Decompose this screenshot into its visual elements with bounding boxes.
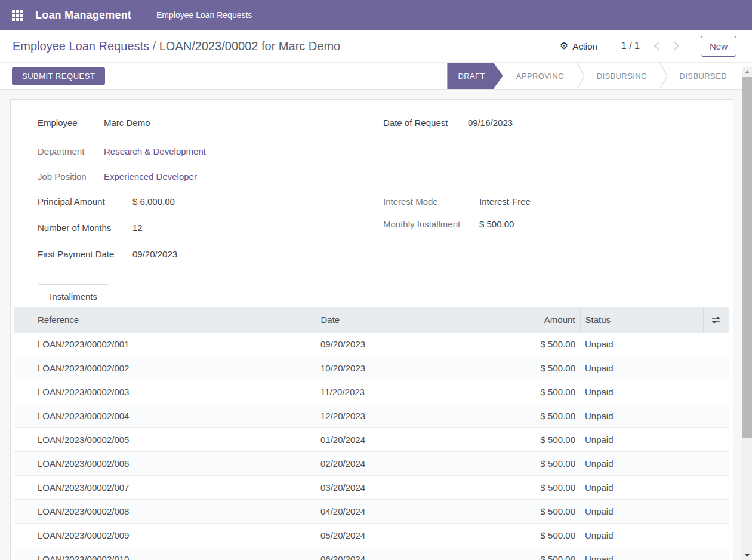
form-column-right: Date of Request 09/16/2023 Interest Mode… <box>383 118 733 261</box>
cell-status: Unpaid <box>580 547 703 560</box>
table-row[interactable]: LOAN/2023/00002/00804/20/2024$ 500.00Unp… <box>14 499 729 523</box>
field-label: Department <box>38 146 104 156</box>
table-row[interactable]: LOAN/2023/00002/00210/20/2023$ 500.00Unp… <box>14 356 729 380</box>
breadcrumb: Employee Loan Requests / LOAN/2023/00002… <box>13 39 340 53</box>
cell-amount: $ 500.00 <box>445 380 580 404</box>
app-title[interactable]: Loan Management <box>35 9 131 21</box>
cell-amount: $ 500.00 <box>445 499 580 523</box>
new-button[interactable]: New <box>701 36 736 57</box>
cell-options <box>703 451 729 475</box>
principal-amount-value[interactable]: $ 6,000.00 <box>132 196 175 207</box>
tab-installments[interactable]: Installments <box>38 284 109 307</box>
field-date-of-request: Date of Request 09/16/2023 <box>383 118 733 130</box>
stage-pipeline: DRAFT APPROVING DISBURSING DISBURSED <box>447 63 739 89</box>
stage-separator-chevron-icon <box>577 63 585 89</box>
chevron-left-icon[interactable] <box>654 42 662 50</box>
table-row[interactable]: LOAN/2023/00002/00602/20/2024$ 500.00Unp… <box>14 451 729 475</box>
chevron-right-icon[interactable] <box>671 42 679 50</box>
cell-status: Unpaid <box>580 380 703 404</box>
cell-options <box>703 547 729 560</box>
action-menu-label: Action <box>572 41 597 51</box>
field-label: Monthly Installment <box>383 219 479 229</box>
stage-separator-chevron-icon <box>659 63 668 89</box>
table-row[interactable]: LOAN/2023/00002/00109/20/2023$ 500.00Unp… <box>14 332 729 356</box>
breadcrumb-separator: / <box>149 39 159 53</box>
number-of-months-value[interactable]: 12 <box>132 223 143 233</box>
table-row[interactable]: LOAN/2023/00002/00311/20/2023$ 500.00Unp… <box>14 380 729 404</box>
field-label: Number of Months <box>38 223 132 233</box>
stage-disbursed[interactable]: DISBURSED <box>668 63 739 89</box>
cell-status: Unpaid <box>580 499 703 523</box>
scrollbar-thumb[interactable] <box>742 77 752 438</box>
cell-reference: LOAN/2023/00002/009 <box>14 523 316 547</box>
column-header-reference[interactable]: Reference <box>14 307 316 332</box>
field-monthly-installment: Monthly Installment $ 500.00 <box>383 219 733 232</box>
cell-amount: $ 500.00 <box>445 404 580 427</box>
content-area: Employee Marc Demo Department Research &… <box>0 90 752 560</box>
control-panel-right: ⚙ Action 1 / 1 New <box>560 36 736 57</box>
scroll-down-button[interactable] <box>742 550 752 560</box>
cell-date: 03/20/2024 <box>316 475 445 499</box>
cell-options <box>703 475 729 499</box>
top-navbar: Loan Management Employee Loan Requests <box>0 0 752 30</box>
cell-status: Unpaid <box>580 404 703 427</box>
table-row[interactable]: LOAN/2023/00002/01006/20/2024$ 500.00Unp… <box>14 547 729 560</box>
vertical-scrollbar[interactable] <box>742 67 752 560</box>
cell-options <box>703 380 729 404</box>
nav-menu-employee-loan-requests[interactable]: Employee Loan Requests <box>156 10 252 20</box>
field-label: Date of Request <box>383 118 468 128</box>
department-link[interactable]: Research & Development <box>104 146 206 156</box>
first-payment-date-value[interactable]: 09/20/2023 <box>132 249 177 259</box>
field-label: First Payment Date <box>38 249 132 259</box>
employee-value[interactable]: Marc Demo <box>104 118 150 128</box>
scroll-up-button[interactable] <box>742 67 752 76</box>
cell-date: 06/20/2024 <box>316 547 445 560</box>
table-row[interactable]: LOAN/2023/00002/00412/20/2023$ 500.00Unp… <box>14 404 729 427</box>
field-label: Employee <box>38 118 104 128</box>
date-of-request-value[interactable]: 09/16/2023 <box>468 118 513 128</box>
column-header-date[interactable]: Date <box>316 307 445 332</box>
optional-columns-button[interactable] <box>703 307 729 332</box>
cell-reference: LOAN/2023/00002/001 <box>14 332 316 356</box>
cell-options <box>703 356 729 380</box>
table-row[interactable]: LOAN/2023/00002/00501/20/2024$ 500.00Unp… <box>14 427 729 451</box>
stage-draft[interactable]: DRAFT <box>447 63 503 89</box>
cell-amount: $ 500.00 <box>445 356 580 380</box>
cell-date: 10/20/2023 <box>316 356 445 380</box>
installments-tbody: LOAN/2023/00002/00109/20/2023$ 500.00Unp… <box>14 332 729 560</box>
stage-disbursing[interactable]: DISBURSING <box>585 63 659 89</box>
cell-reference: LOAN/2023/00002/007 <box>14 475 316 499</box>
cell-reference: LOAN/2023/00002/008 <box>14 499 316 523</box>
breadcrumb-parent-link[interactable]: Employee Loan Requests <box>13 39 149 53</box>
table-row[interactable]: LOAN/2023/00002/00703/20/2024$ 500.00Unp… <box>14 475 729 499</box>
gear-icon: ⚙ <box>560 41 568 51</box>
field-department: Department Research & Development <box>38 146 383 159</box>
triangle-up-icon <box>745 70 750 73</box>
cell-amount: $ 500.00 <box>445 547 580 560</box>
cell-reference: LOAN/2023/00002/002 <box>14 356 316 380</box>
field-label: Principal Amount <box>38 196 132 207</box>
cell-amount: $ 500.00 <box>445 427 580 451</box>
field-job-position: Job Position Experienced Developer <box>38 171 383 184</box>
control-panel: Employee Loan Requests / LOAN/2023/00002… <box>0 30 752 63</box>
column-header-amount[interactable]: Amount <box>445 307 580 332</box>
field-interest-mode: Interest Mode Interest-Free <box>383 196 733 209</box>
cell-reference: LOAN/2023/00002/004 <box>14 404 316 427</box>
stage-approving[interactable]: APPROVING <box>504 63 577 89</box>
pager: 1 / 1 <box>621 41 678 51</box>
cell-reference: LOAN/2023/00002/005 <box>14 427 316 451</box>
cell-options <box>703 499 729 523</box>
cell-status: Unpaid <box>580 332 703 356</box>
cell-date: 05/20/2024 <box>316 523 445 547</box>
field-employee: Employee Marc Demo <box>38 118 383 130</box>
apps-grid-icon[interactable] <box>12 10 23 21</box>
cell-options <box>703 523 729 547</box>
table-row[interactable]: LOAN/2023/00002/00905/20/2024$ 500.00Unp… <box>14 523 729 547</box>
action-menu-button[interactable]: ⚙ Action <box>560 41 597 51</box>
submit-request-button[interactable]: SUBMIT REQUEST <box>12 67 105 85</box>
cell-amount: $ 500.00 <box>445 451 580 475</box>
cell-options <box>703 404 729 427</box>
job-position-link[interactable]: Experienced Developer <box>104 171 197 181</box>
cell-options <box>703 332 729 356</box>
column-header-status[interactable]: Status <box>580 307 703 332</box>
